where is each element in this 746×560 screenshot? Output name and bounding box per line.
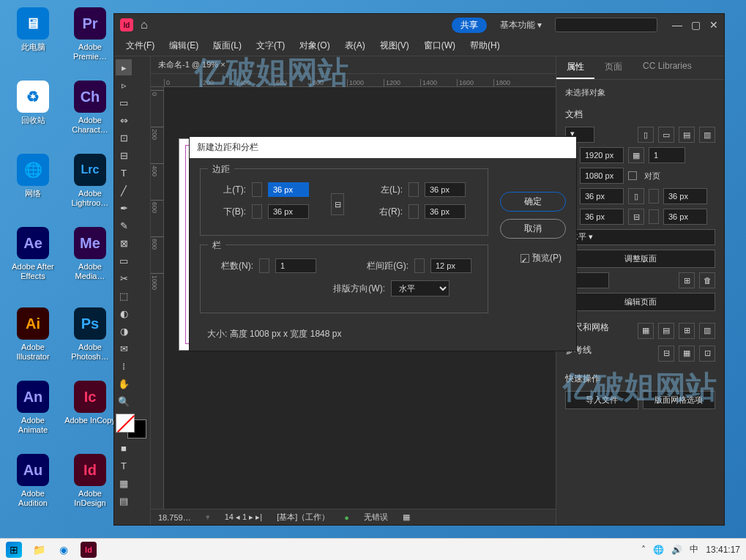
scissors-tool[interactable]: ✂ <box>116 270 132 286</box>
binding-icon[interactable]: ▤ <box>679 127 695 143</box>
content-placer-tool[interactable]: ⊟ <box>116 147 132 163</box>
binding-rtl-icon[interactable]: ▥ <box>699 127 715 143</box>
import-file-button[interactable]: 导入文件 <box>565 391 638 409</box>
pencil-tool[interactable]: ✎ <box>116 217 132 234</box>
ok-button[interactable]: 确定 <box>500 192 566 212</box>
free-transform-tool[interactable]: ⬚ <box>116 288 132 304</box>
direct-selection-tool[interactable]: ▹ <box>116 77 132 93</box>
ime-indicator[interactable]: 中 <box>690 543 698 556</box>
pages-field[interactable] <box>649 147 685 163</box>
bottom-stepper[interactable] <box>252 204 262 219</box>
desktop-icon-this-pc[interactable]: 🖥此电脑 <box>7 7 59 52</box>
screen-mode-icon[interactable]: ▦ <box>403 512 410 522</box>
desktop-icon-an[interactable]: AnAdobe Animate <box>7 381 59 435</box>
column-count-input[interactable] <box>275 258 316 273</box>
explorer-icon[interactable]: 📁 <box>31 542 47 558</box>
menu-object[interactable]: 对象(O) <box>294 37 335 55</box>
margin-top-field[interactable] <box>580 188 624 204</box>
margin-top-input[interactable] <box>268 182 309 197</box>
document-tab[interactable]: 未命名-1 @ 19% × <box>151 56 556 74</box>
pen-tool[interactable]: ✒ <box>116 200 132 216</box>
desktop-icon-recycle[interactable]: ♻回收站 <box>7 81 59 125</box>
right-stepper[interactable] <box>409 204 419 219</box>
col-count-stepper[interactable] <box>259 258 269 273</box>
page-tool[interactable]: ▭ <box>116 94 132 111</box>
orientation-portrait-icon[interactable]: ▯ <box>638 127 654 143</box>
link-margins-icon[interactable]: ⊟ <box>628 209 644 225</box>
rectangle-frame-tool[interactable]: ⊠ <box>116 235 132 251</box>
grid-icon-4[interactable]: ▥ <box>699 323 715 339</box>
desktop-icon-me[interactable]: MeAdobe Media… <box>64 227 116 281</box>
indesign-taskbar-icon[interactable]: Id <box>81 542 97 558</box>
facing-checkbox[interactable] <box>628 171 637 180</box>
desktop-icon-id[interactable]: IdAdobe InDesign <box>64 454 116 508</box>
desktop-icon-network[interactable]: 🌐网络 <box>7 154 59 198</box>
desktop-icon-ps[interactable]: PsAdobe Photosh… <box>64 307 116 362</box>
close-button[interactable]: ✕ <box>709 19 718 31</box>
guide-icon-1[interactable]: ⊟ <box>658 346 674 362</box>
home-icon[interactable]: ⌂ <box>141 18 148 31</box>
grid-icon-1[interactable]: ▦ <box>638 323 654 339</box>
apply-color-tool[interactable]: ■ <box>116 440 132 456</box>
delete-page-icon[interactable]: 🗑 <box>699 272 715 288</box>
preview-checkbox[interactable] <box>521 254 529 263</box>
view-mode-preview[interactable]: ▤ <box>116 493 132 509</box>
status-layout[interactable]: [基本]（工作） <box>277 512 329 523</box>
minimize-button[interactable]: — <box>672 19 682 31</box>
gutter-input[interactable] <box>430 258 471 273</box>
line-tool[interactable]: ╱ <box>116 182 132 198</box>
zoom-level[interactable]: 18.759… <box>158 513 191 522</box>
fill-stroke-swatch[interactable] <box>116 414 146 438</box>
type-tool[interactable]: T <box>116 165 132 181</box>
selection-tool[interactable]: ▸ <box>116 59 132 75</box>
width-field[interactable] <box>580 147 624 163</box>
menu-file[interactable]: 文件(F) <box>120 37 160 55</box>
gap-tool[interactable]: ⇔ <box>116 112 132 128</box>
rectangle-tool[interactable]: ▭ <box>116 253 132 269</box>
tab-pages[interactable]: 页面 <box>594 56 633 79</box>
apply-none-tool[interactable]: T <box>116 458 132 474</box>
menu-view[interactable]: 视图(V) <box>374 37 415 55</box>
network-tray-icon[interactable]: 🌐 <box>653 545 664 555</box>
eyedropper-tool[interactable]: ⁞ <box>116 358 132 374</box>
link-margins-icon[interactable]: ⊟ <box>331 193 344 215</box>
zoom-tool[interactable]: 🔍 <box>116 393 132 409</box>
content-collector-tool[interactable]: ⊡ <box>116 130 132 146</box>
gutter-stepper[interactable] <box>414 258 425 273</box>
margin-left-field[interactable] <box>663 188 707 204</box>
margin-right-field[interactable] <box>663 209 707 225</box>
desktop-icon-au[interactable]: AuAdobe Audition <box>7 454 59 508</box>
desktop-icon-ch[interactable]: ChAdobe Charact… <box>64 81 116 135</box>
tray-chevron-icon[interactable]: ˄ <box>641 545 646 555</box>
edit-page-button[interactable]: 编辑页面 <box>565 293 715 311</box>
direction-dropdown[interactable]: 水平 <box>391 280 450 296</box>
hand-tool[interactable]: ✋ <box>116 376 132 392</box>
volume-tray-icon[interactable]: 🔊 <box>671 545 682 555</box>
adjust-layout-button[interactable]: 调整版面 <box>565 250 715 268</box>
gradient-feather-tool[interactable]: ◑ <box>116 323 132 339</box>
menu-type[interactable]: 文字(T) <box>250 37 291 55</box>
tab-properties[interactable]: 属性 <box>556 56 594 79</box>
start-button[interactable]: ⊞ <box>6 542 22 558</box>
guide-icon-2[interactable]: ▦ <box>679 346 695 362</box>
cancel-button[interactable]: 取消 <box>500 219 566 239</box>
menu-help[interactable]: 帮助(H) <box>464 37 506 55</box>
edge-icon[interactable]: ◉ <box>56 542 72 558</box>
view-mode-normal[interactable]: ▦ <box>116 475 132 491</box>
desktop-icon-ic[interactable]: IcAdobe InCopy <box>64 381 116 425</box>
share-button[interactable]: 共享 <box>452 18 487 33</box>
layout-direction-dropdown[interactable]: 水平 ▾ <box>565 229 715 245</box>
margin-left-input[interactable] <box>425 182 466 197</box>
workspace-selector[interactable]: 基本功能 ▾ <box>494 19 548 31</box>
tab-cc-libraries[interactable]: CC Libraries <box>633 56 702 79</box>
height-field[interactable] <box>580 168 624 184</box>
desktop-icon-ai[interactable]: AiAdobe Illustrator <box>7 307 59 362</box>
grid-icon-3[interactable]: ⊞ <box>679 323 695 339</box>
grid-icon-2[interactable]: ▤ <box>658 323 674 339</box>
new-page-icon[interactable]: ⊞ <box>679 272 695 288</box>
note-tool[interactable]: ✉ <box>116 340 132 356</box>
desktop-icon-ae[interactable]: AeAdobe After Effects <box>7 227 59 281</box>
orientation-landscape-icon[interactable]: ▭ <box>658 127 674 143</box>
top-stepper[interactable] <box>252 182 262 197</box>
clock[interactable]: 13:41:17 <box>706 545 740 555</box>
